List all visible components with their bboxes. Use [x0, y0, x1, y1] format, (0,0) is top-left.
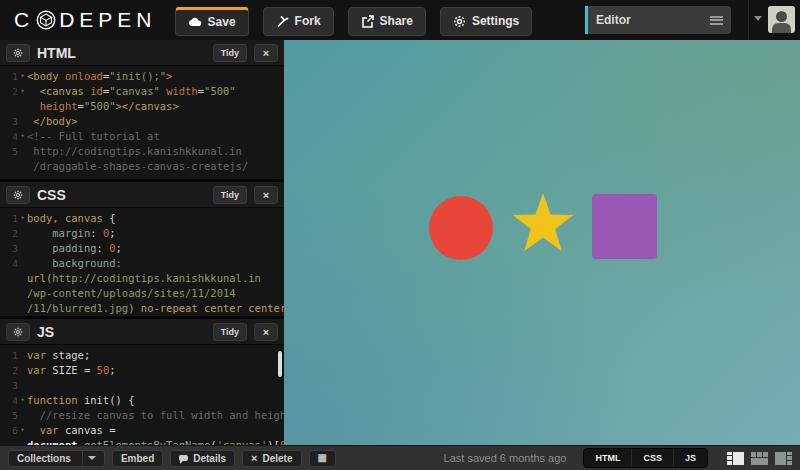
fold-arrow-icon[interactable]: ▾: [18, 69, 27, 84]
close-icon: ×: [263, 47, 269, 59]
html-close-button[interactable]: ×: [254, 44, 278, 62]
delete-button[interactable]: × Delete: [242, 450, 301, 467]
editor-view-dropdown[interactable]: Editor: [585, 6, 731, 34]
fold-gutter: [18, 226, 27, 241]
user-avatar[interactable]: [768, 6, 795, 33]
save-label: Save: [208, 15, 236, 29]
css-settings-button[interactable]: [6, 186, 30, 204]
fold-gutter: [18, 159, 27, 174]
code-line: 2var SIZE = 50;: [0, 363, 284, 378]
code-line: 3 padding: 0;: [0, 241, 284, 256]
js-settings-button[interactable]: [6, 323, 30, 341]
css-close-button[interactable]: ×: [254, 186, 278, 204]
js-scrollbar[interactable]: [278, 351, 282, 377]
html-tidy-button[interactable]: Tidy: [213, 44, 247, 62]
share-label: Share: [380, 14, 413, 28]
line-number: 4: [0, 256, 18, 271]
fold-gutter: [18, 256, 27, 271]
preview-red-circle[interactable]: [429, 196, 493, 260]
html-panel-header: HTML Tidy ×: [0, 40, 284, 66]
settings-label: Settings: [472, 14, 519, 28]
layout-left-icon[interactable]: [727, 452, 744, 465]
keyboard-shortcuts-button[interactable]: ▦: [309, 450, 336, 467]
close-icon: ×: [263, 326, 269, 338]
code-line: 5 //resize canvas to full width and heig…: [0, 408, 284, 423]
code-line: 4▾<!-- Full tutorial at: [0, 129, 284, 144]
fold-arrow-icon[interactable]: ▾: [18, 393, 27, 408]
code-line: /draggable-shapes-canvas-createjs/: [0, 159, 284, 174]
save-button[interactable]: Save: [175, 7, 249, 36]
fold-gutter: [18, 363, 27, 378]
details-label: Details: [193, 453, 226, 464]
cloud-icon: [188, 17, 202, 27]
star-shape[interactable]: [513, 193, 574, 251]
fold-gutter: [18, 348, 27, 363]
codepen-logo[interactable]: C DEPEN: [14, 8, 157, 32]
fold-arrow-icon[interactable]: ▾: [18, 423, 27, 438]
fork-button[interactable]: Fork: [263, 7, 334, 36]
fold-arrow-icon[interactable]: ▾: [18, 129, 27, 144]
collections-dropdown[interactable]: Collections: [8, 450, 105, 467]
line-number: 3: [0, 378, 18, 393]
editor-column: HTML Tidy × 1▾<body onload="init();">2▾ …: [0, 40, 284, 445]
code-line: 2 margin: 0;: [0, 226, 284, 241]
line-number: 5: [0, 144, 18, 159]
html-settings-button[interactable]: [6, 44, 30, 62]
close-icon: ×: [263, 189, 269, 201]
line-number: 2: [0, 363, 18, 378]
header-divider: [748, 0, 749, 40]
html-code-editor[interactable]: 1▾<body onload="init();">2▾ <canvas id="…: [0, 66, 284, 174]
settings-button[interactable]: Settings: [440, 7, 532, 36]
mode-css-button[interactable]: CSS: [631, 449, 673, 467]
line-number: 2: [0, 226, 18, 241]
gear-icon: [13, 48, 23, 58]
code-line: /wp-content/uploads/sites/11/2014: [0, 286, 284, 301]
line-number: 4: [0, 393, 18, 408]
code-line: document.getElementsByTagName('canvas')[…: [0, 438, 284, 445]
line-number: 5: [0, 408, 18, 423]
layout-right-icon[interactable]: [775, 452, 792, 465]
share-button[interactable]: Share: [348, 7, 426, 36]
preview-yellow-star[interactable]: [511, 191, 575, 255]
js-panel-title: JS: [37, 324, 206, 340]
js-panel: JS Tidy × 1var stage;2var SIZE = 50;34▾f…: [0, 316, 284, 445]
line-number: [0, 301, 18, 316]
fold-gutter: [18, 408, 27, 423]
js-close-button[interactable]: ×: [254, 323, 278, 341]
js-code-editor[interactable]: 1var stage;2var SIZE = 50;34▾function in…: [0, 345, 284, 445]
main-area: HTML Tidy × 1▾<body onload="init();">2▾ …: [0, 40, 800, 445]
css-code-editor[interactable]: 1▾body, canvas {2 margin: 0;3 padding: 0…: [0, 208, 284, 316]
js-tidy-button[interactable]: Tidy: [213, 323, 247, 341]
line-number: 6: [0, 423, 18, 438]
code-line: height="500"></canvas>: [0, 99, 284, 114]
user-menu-caret-icon[interactable]: [754, 16, 762, 21]
fold-gutter: [18, 99, 27, 114]
fold-gutter: [18, 271, 27, 286]
header-toolbar: Save Fork Share: [175, 5, 533, 36]
fork-label: Fork: [295, 14, 321, 28]
embed-label: Embed: [121, 453, 154, 464]
html-panel: HTML Tidy × 1▾<body onload="init();">2▾ …: [0, 40, 284, 179]
editor-view-label: Editor: [596, 13, 710, 27]
mode-js-button[interactable]: JS: [673, 449, 707, 467]
mode-html-button[interactable]: HTML: [584, 449, 631, 467]
keyboard-icon: ▦: [318, 453, 327, 463]
footer-bar: Collections Embed Details × Delete ▦ Las…: [0, 445, 800, 470]
fold-gutter: [18, 301, 27, 316]
embed-button[interactable]: Embed: [112, 450, 163, 467]
fold-gutter: [18, 286, 27, 301]
line-number: 3: [0, 241, 18, 256]
css-panel: CSS Tidy × 1▾body, canvas {2 margin: 0;3…: [0, 179, 284, 316]
header: C DEPEN Save Fork: [0, 0, 800, 40]
fold-arrow-icon[interactable]: ▾: [18, 211, 27, 226]
fold-arrow-icon[interactable]: ▾: [18, 84, 27, 99]
layout-top-icon[interactable]: [751, 452, 768, 465]
code-line: 1▾<body onload="init();">: [0, 69, 284, 84]
details-button[interactable]: Details: [170, 450, 235, 467]
logo-letters-depen: DEPEN: [59, 8, 156, 32]
css-tidy-button[interactable]: Tidy: [213, 186, 247, 204]
css-panel-header: CSS Tidy ×: [0, 182, 284, 208]
preview-purple-square[interactable]: [592, 194, 657, 259]
fold-gutter: [18, 241, 27, 256]
gear-icon: [13, 190, 23, 200]
